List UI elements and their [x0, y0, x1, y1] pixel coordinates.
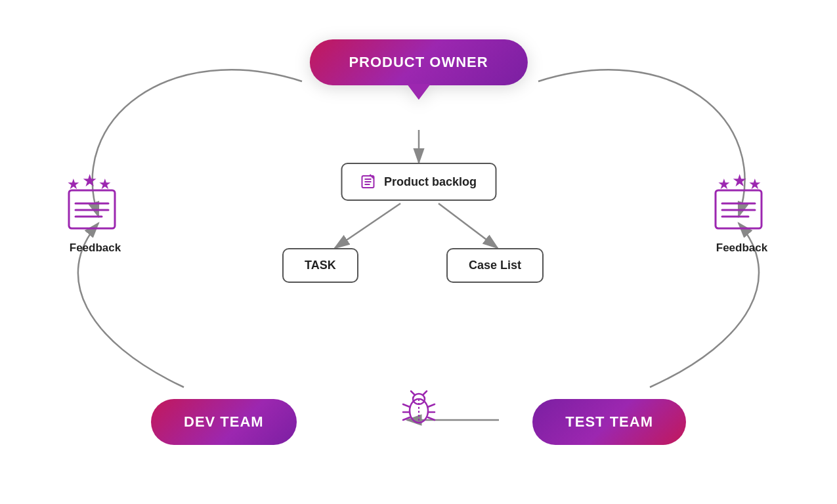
dev-team-label: DEV TEAM [184, 413, 264, 430]
product-backlog-node: Product backlog [341, 163, 496, 201]
case-list-node: Case List [446, 248, 544, 283]
task-node: TASK [282, 248, 358, 283]
svg-text:★: ★ [732, 171, 747, 190]
dev-team-node: DEV TEAM [151, 399, 297, 445]
feedback-left-node: ★ ★ ★ Feedback [59, 171, 131, 255]
svg-line-25 [428, 404, 435, 407]
bug-icon-wrapper [399, 388, 439, 430]
svg-text:★: ★ [98, 176, 112, 192]
case-list-label: Case List [469, 259, 521, 272]
svg-text:★: ★ [67, 176, 80, 192]
diagram-container: PRODUCT OWNER Product backlog TASK Case … [0, 0, 837, 504]
product-backlog-label: Product backlog [384, 175, 477, 189]
checklist-icon [360, 173, 377, 190]
feedback-right-icon: ★ ★ ★ [706, 171, 778, 236]
svg-text:★: ★ [82, 171, 97, 190]
svg-line-21 [423, 391, 427, 395]
arrow-backlog-to-caselist [439, 203, 498, 248]
product-owner-label: PRODUCT OWNER [349, 54, 488, 70]
svg-line-24 [403, 417, 410, 420]
svg-line-22 [403, 404, 410, 407]
svg-text:★: ★ [718, 176, 731, 192]
task-label: TASK [305, 259, 336, 272]
bug-icon [399, 388, 439, 428]
feedback-left-icon: ★ ★ ★ [59, 171, 131, 236]
feedback-right-label: Feedback [716, 242, 767, 255]
product-owner-node: PRODUCT OWNER [309, 39, 527, 85]
feedback-right-node: ★ ★ ★ Feedback [706, 171, 778, 255]
svg-line-20 [411, 391, 415, 395]
arrow-backlog-to-task [335, 203, 400, 248]
svg-line-27 [428, 417, 435, 420]
test-team-label: TEST TEAM [565, 413, 653, 430]
feedback-left-label: Feedback [70, 242, 121, 255]
svg-text:★: ★ [748, 176, 762, 192]
test-team-node: TEST TEAM [532, 399, 686, 445]
